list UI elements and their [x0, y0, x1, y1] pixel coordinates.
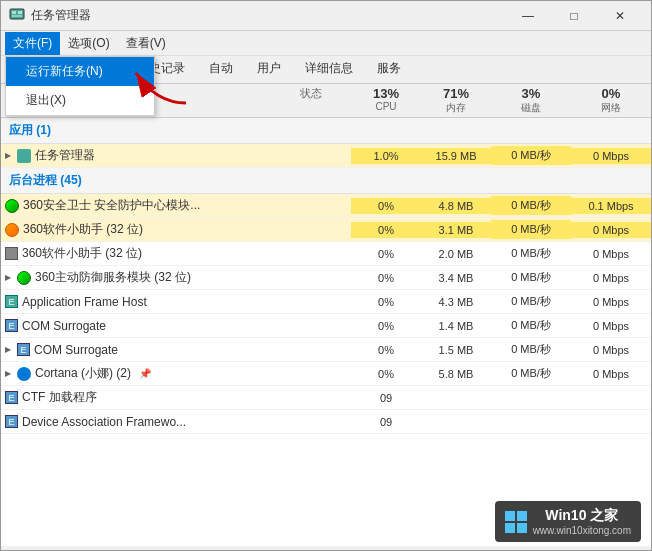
watermark-line1: Win10 之家: [533, 507, 631, 525]
menu-file[interactable]: 文件(F): [5, 32, 60, 55]
table-row[interactable]: ▶ 360主动防御服务模块 (32 位) 0% 3.4 MB 0 MB/秒 0 …: [1, 266, 651, 290]
memory-cell: 3.4 MB: [421, 270, 491, 286]
memory-cell: 4.3 MB: [421, 294, 491, 310]
network-cell: [571, 396, 651, 400]
table-row[interactable]: 360安全卫士 安全防护中心模块... 0% 4.8 MB 0 MB/秒 0.1…: [1, 194, 651, 218]
disk-pct: 3%: [495, 86, 567, 101]
box-icon: [5, 247, 18, 260]
table-row[interactable]: ▶ Cortana (小娜) (2) 📌 0% 5.8 MB 0 MB/秒 0 …: [1, 362, 651, 386]
memory-cell: 3.1 MB: [421, 222, 491, 238]
tab-services[interactable]: 服务: [365, 56, 413, 83]
process-name-label: COM Surrogate: [22, 319, 106, 333]
svg-rect-2: [18, 11, 22, 14]
process-name-label: COM Surrogate: [34, 343, 118, 357]
cpu-cell: 09: [351, 390, 421, 406]
process-name-label: Application Frame Host: [22, 295, 147, 309]
status-cell: [271, 228, 351, 232]
disk-cell: [491, 396, 571, 400]
network-cell: 0 Mbps: [571, 342, 651, 358]
cpu-cell: 0%: [351, 198, 421, 214]
status-cell: [271, 252, 351, 256]
process-name-label: 360软件小助手 (32 位): [23, 221, 143, 238]
background-section-header: 后台进程 (45): [1, 168, 651, 194]
process-name-label: CTF 加载程序: [22, 389, 97, 406]
cpu-cell: 0%: [351, 318, 421, 334]
table-row[interactable]: ▶ E COM Surrogate 0% 1.5 MB 0 MB/秒 0 Mbp…: [1, 338, 651, 362]
table-row[interactable]: E Application Frame Host 0% 4.3 MB 0 MB/…: [1, 290, 651, 314]
network-cell: [571, 420, 651, 424]
title-bar-controls: — □ ✕: [505, 1, 643, 31]
status-cell: [271, 348, 351, 352]
title-bar-title: 任务管理器: [31, 7, 505, 24]
taskmgr-icon: [17, 149, 31, 163]
maximize-button[interactable]: □: [551, 1, 597, 31]
status-cell: [271, 276, 351, 280]
pin-icon: 📌: [139, 368, 151, 379]
status-cell: [271, 324, 351, 328]
watermark-line2: www.win10xitong.com: [533, 525, 631, 536]
table-row[interactable]: ▶ 任务管理器 1.0% 15.9 MB 0 MB/秒 0 Mbps: [1, 144, 651, 168]
dropdown-exit[interactable]: 退出(X): [6, 86, 154, 115]
memory-pct: 71%: [425, 86, 487, 101]
process-name-label: Cortana (小娜) (2): [35, 365, 131, 382]
watermark: Win10 之家 www.win10xitong.com: [495, 501, 641, 542]
tab-users[interactable]: 用户: [245, 56, 293, 83]
status-cell: [271, 204, 351, 208]
table-row[interactable]: 360软件小助手 (32 位) 0% 2.0 MB 0 MB/秒 0 Mbps: [1, 242, 651, 266]
minimize-button[interactable]: —: [505, 1, 551, 31]
chevron-icon: ▶: [5, 273, 11, 282]
disk-cell: [491, 420, 571, 424]
cpu-cell: 09: [351, 414, 421, 430]
disk-label: 磁盘: [495, 101, 567, 115]
memory-cell: [421, 420, 491, 424]
cpu-cell: 0%: [351, 366, 421, 382]
memory-cell: 5.8 MB: [421, 366, 491, 382]
process-name-label: 任务管理器: [35, 147, 95, 164]
close-button[interactable]: ✕: [597, 1, 643, 31]
menu-bar: 文件(F) 选项(O) 查看(V) 运行新任务(N) 退出(X): [1, 31, 651, 56]
cortana-icon: [17, 367, 31, 381]
process-list: 应用 (1) ▶ 任务管理器 1.0% 15.9 MB 0 MB/秒 0 Mbp…: [1, 118, 651, 546]
appframe-icon: E: [5, 295, 18, 308]
table-row[interactable]: 360软件小助手 (32 位) 0% 3.1 MB 0 MB/秒 0 Mbps: [1, 218, 651, 242]
disk-cell: 0 MB/秒: [491, 268, 571, 287]
process-name-label: 360安全卫士 安全防护中心模块...: [23, 197, 200, 214]
network-label: 网络: [575, 101, 647, 115]
cpu-label: CPU: [355, 101, 417, 112]
disk-cell: 0 MB/秒: [491, 244, 571, 263]
title-bar: 任务管理器 — □ ✕: [1, 1, 651, 31]
disk-cell: 0 MB/秒: [491, 292, 571, 311]
process-name-label: 360软件小助手 (32 位): [22, 245, 142, 262]
cpu-cell: 0%: [351, 342, 421, 358]
disk-cell: 0 MB/秒: [491, 146, 571, 165]
network-cell: 0 Mbps: [571, 294, 651, 310]
windows-logo: [505, 511, 527, 533]
dropdown-run-new-task[interactable]: 运行新任务(N): [6, 57, 154, 86]
memory-cell: 15.9 MB: [421, 148, 491, 164]
cpu-cell: 0%: [351, 246, 421, 262]
cpu-cell: 0%: [351, 294, 421, 310]
network-cell: 0 Mbps: [571, 148, 651, 164]
disk-cell: 0 MB/秒: [491, 220, 571, 239]
tab-details[interactable]: 详细信息: [293, 56, 365, 83]
com2-icon: E: [17, 343, 30, 356]
menu-options[interactable]: 选项(O): [60, 32, 117, 55]
table-row[interactable]: E Device Association Framewo... 09: [1, 410, 651, 434]
disk-cell: 0 MB/秒: [491, 316, 571, 335]
table-row[interactable]: E COM Surrogate 0% 1.4 MB 0 MB/秒 0 Mbps: [1, 314, 651, 338]
disk-cell: 0 MB/秒: [491, 196, 571, 215]
table-row[interactable]: E CTF 加载程序 09: [1, 386, 651, 410]
memory-cell: 4.8 MB: [421, 198, 491, 214]
disk-cell: 0 MB/秒: [491, 340, 571, 359]
cpu-cell: 0%: [351, 222, 421, 238]
menu-view[interactable]: 查看(V): [118, 32, 174, 55]
360defense-icon: [17, 271, 31, 285]
cpu-cell: 1.0%: [351, 148, 421, 164]
title-bar-icon: [9, 6, 25, 25]
disk-cell: 0 MB/秒: [491, 364, 571, 383]
tab-startup[interactable]: 自动: [197, 56, 245, 83]
file-dropdown-menu: 运行新任务(N) 退出(X): [5, 56, 155, 116]
apps-section-header: 应用 (1): [1, 118, 651, 144]
status-cell: [271, 420, 351, 424]
360-icon: [5, 199, 19, 213]
